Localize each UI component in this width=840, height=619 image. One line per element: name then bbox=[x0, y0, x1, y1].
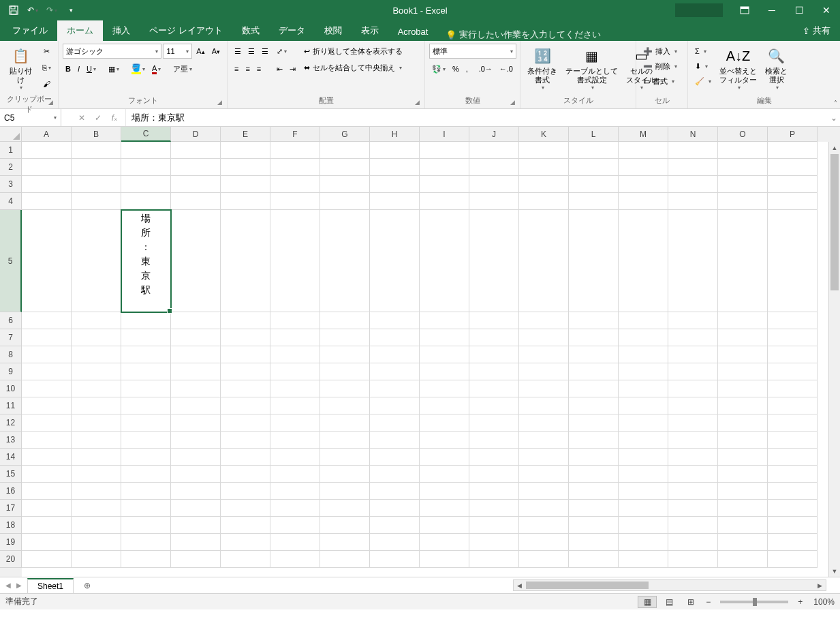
number-format-combo[interactable]: 標準▾ bbox=[429, 44, 516, 59]
column-header-O[interactable]: O bbox=[718, 127, 768, 142]
wrap-text-button[interactable]: ↩折り返して全体を表示する bbox=[301, 44, 405, 59]
cell-D3[interactable] bbox=[171, 176, 221, 193]
vertical-scroll-thumb[interactable] bbox=[830, 154, 839, 290]
cell-D12[interactable] bbox=[171, 414, 221, 432]
cell-E5[interactable] bbox=[221, 210, 270, 312]
cell-C7[interactable] bbox=[121, 329, 171, 346]
cell-A16[interactable] bbox=[22, 483, 72, 500]
cell-F18[interactable] bbox=[270, 517, 320, 534]
cell-D16[interactable] bbox=[171, 483, 221, 500]
cell-D20[interactable] bbox=[171, 551, 221, 568]
cell-B12[interactable] bbox=[72, 414, 121, 432]
cell-A3[interactable] bbox=[22, 176, 72, 193]
cell-F20[interactable] bbox=[270, 551, 320, 568]
cell-M9[interactable] bbox=[619, 363, 668, 380]
cell-C15[interactable] bbox=[121, 466, 171, 483]
cell-C11[interactable] bbox=[121, 397, 171, 414]
cell-L12[interactable] bbox=[569, 414, 619, 432]
cell-D9[interactable] bbox=[171, 363, 221, 380]
tab-file[interactable]: ファイル bbox=[3, 20, 57, 41]
zoom-level[interactable]: 100% bbox=[813, 597, 835, 607]
cell-E10[interactable] bbox=[221, 380, 270, 397]
row-header-1[interactable]: 1 bbox=[0, 142, 22, 159]
cell-G11[interactable] bbox=[320, 397, 370, 414]
cell-A9[interactable] bbox=[22, 363, 72, 380]
cell-P20[interactable] bbox=[768, 551, 818, 568]
cell-L4[interactable] bbox=[569, 193, 619, 210]
tab-data[interactable]: データ bbox=[269, 20, 315, 41]
cell-I4[interactable] bbox=[420, 193, 469, 210]
cell-A2[interactable] bbox=[22, 159, 72, 176]
cell-H2[interactable] bbox=[370, 159, 420, 176]
cell-G1[interactable] bbox=[320, 142, 370, 159]
align-bottom-button[interactable]: ☰ bbox=[259, 44, 271, 59]
cell-K19[interactable] bbox=[519, 534, 569, 551]
cell-J4[interactable] bbox=[469, 193, 519, 210]
cell-L3[interactable] bbox=[569, 176, 619, 193]
cell-L18[interactable] bbox=[569, 517, 619, 534]
cell-K1[interactable] bbox=[519, 142, 569, 159]
cell-C2[interactable] bbox=[121, 159, 171, 176]
cell-I18[interactable] bbox=[420, 517, 469, 534]
cell-A4[interactable] bbox=[22, 193, 72, 210]
cell-G6[interactable] bbox=[320, 312, 370, 329]
scroll-left-button[interactable]: ◀ bbox=[514, 580, 525, 590]
cell-E2[interactable] bbox=[221, 159, 270, 176]
cell-F8[interactable] bbox=[270, 346, 320, 363]
cell-B16[interactable] bbox=[72, 483, 121, 500]
cell-J18[interactable] bbox=[469, 517, 519, 534]
cell-F10[interactable] bbox=[270, 380, 320, 397]
vertical-scrollbar[interactable]: ▲ ▼ bbox=[828, 142, 840, 577]
cell-M5[interactable] bbox=[619, 210, 668, 312]
row-header-3[interactable]: 3 bbox=[0, 176, 22, 193]
zoom-slider[interactable] bbox=[720, 601, 788, 603]
cell-J14[interactable] bbox=[469, 449, 519, 466]
cell-P3[interactable] bbox=[768, 176, 818, 193]
cell-G16[interactable] bbox=[320, 483, 370, 500]
cell-E14[interactable] bbox=[221, 449, 270, 466]
cell-G10[interactable] bbox=[320, 380, 370, 397]
cell-H9[interactable] bbox=[370, 363, 420, 380]
cell-M8[interactable] bbox=[619, 346, 668, 363]
cell-A17[interactable] bbox=[22, 500, 72, 517]
column-header-I[interactable]: I bbox=[420, 127, 469, 142]
font-name-combo[interactable]: 游ゴシック▾ bbox=[63, 44, 161, 59]
cell-K15[interactable] bbox=[519, 466, 569, 483]
cell-L8[interactable] bbox=[569, 346, 619, 363]
confirm-formula-button[interactable]: ✓ bbox=[90, 113, 106, 123]
cell-I17[interactable] bbox=[420, 500, 469, 517]
cell-P15[interactable] bbox=[768, 466, 818, 483]
cell-B6[interactable] bbox=[72, 312, 121, 329]
cell-E6[interactable] bbox=[221, 312, 270, 329]
sheet-nav-next[interactable]: ▶ bbox=[16, 582, 22, 589]
cell-H3[interactable] bbox=[370, 176, 420, 193]
cell-L5[interactable] bbox=[569, 210, 619, 312]
cell-B10[interactable] bbox=[72, 380, 121, 397]
select-all-corner[interactable] bbox=[0, 127, 22, 142]
cell-I13[interactable] bbox=[420, 432, 469, 449]
cell-P9[interactable] bbox=[768, 363, 818, 380]
cell-K11[interactable] bbox=[519, 397, 569, 414]
cell-M11[interactable] bbox=[619, 397, 668, 414]
decrease-decimal-button[interactable]: ←.0 bbox=[497, 61, 516, 76]
cell-F12[interactable] bbox=[270, 414, 320, 432]
tab-home[interactable]: ホーム bbox=[57, 20, 103, 41]
cell-N15[interactable] bbox=[668, 466, 718, 483]
cell-D5[interactable] bbox=[171, 210, 221, 312]
cell-C8[interactable] bbox=[121, 346, 171, 363]
cell-N14[interactable] bbox=[668, 449, 718, 466]
decrease-indent-button[interactable]: ⇤ bbox=[274, 61, 285, 76]
row-header-18[interactable]: 18 bbox=[0, 517, 22, 534]
share-button[interactable]: ⇪ 共有 bbox=[793, 20, 840, 41]
cell-J3[interactable] bbox=[469, 176, 519, 193]
underline-button[interactable]: U▾ bbox=[84, 61, 99, 76]
merge-center-button[interactable]: ⬌セルを結合して中央揃え▾ bbox=[301, 60, 405, 75]
cell-I20[interactable] bbox=[420, 551, 469, 568]
cell-L16[interactable] bbox=[569, 483, 619, 500]
cell-D8[interactable] bbox=[171, 346, 221, 363]
cell-F6[interactable] bbox=[270, 312, 320, 329]
cell-O13[interactable] bbox=[718, 432, 768, 449]
tab-review[interactable]: 校閲 bbox=[315, 20, 352, 41]
cell-C1[interactable] bbox=[121, 142, 171, 159]
cell-L7[interactable] bbox=[569, 329, 619, 346]
